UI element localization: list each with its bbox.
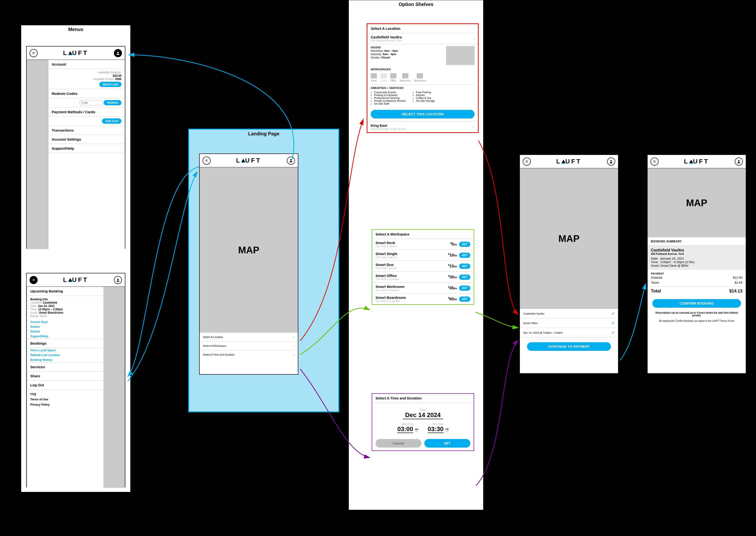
check-icon: ✓: [611, 321, 615, 325]
location-image: [446, 46, 475, 65]
ws-capacity: Can hold 12+ people: [376, 300, 406, 302]
access-keys-link[interactable]: Access Keys: [27, 319, 103, 324]
ws-capacity: Can hold 1-3 people: [376, 278, 399, 281]
hamburger-icon[interactable]: ≡: [650, 157, 659, 166]
summary-loc: Castlefield Vaultra: [651, 248, 742, 252]
logo: LUFT: [684, 158, 709, 165]
end-time-field[interactable]: 03:30: [428, 425, 444, 433]
services-row[interactable]: Services: [27, 362, 103, 372]
cancellation-policy: Reservations can be canceled up to 4 hou…: [647, 310, 746, 318]
select-location-row[interactable]: Select A Location›: [200, 333, 298, 342]
location-1-header[interactable]: Castlefield Vaultra 200 Fairbank Avenue,…: [367, 33, 478, 44]
continue-payment-button[interactable]: CONTINUE TO PAYMENT: [527, 342, 611, 351]
location-2-header[interactable]: King East 99 King St East, #100, Toronto…: [367, 121, 478, 132]
review-workspace-row[interactable]: Smart Office✓: [520, 318, 618, 328]
logout-row[interactable]: Log Out: [27, 381, 103, 390]
hamburger-icon[interactable]: ≡: [203, 156, 211, 165]
check-icon: ✓: [611, 311, 615, 316]
workspace-row: Smart OfficeCan hold 1-3 people$30/hrSET: [372, 272, 474, 283]
extend-link[interactable]: Extend: [27, 329, 103, 334]
date-field[interactable]: Dec 14 2024: [403, 411, 443, 419]
svg-point-0: [117, 52, 119, 53]
upcoming-header: Upcoming Booking: [27, 287, 103, 296]
booking-asset: Smart Boardroom: [39, 311, 63, 314]
account-header: Account: [49, 60, 125, 69]
confirm-booking-button[interactable]: CONFIRM BOOKING: [652, 299, 741, 308]
set-workspace-button[interactable]: SET: [459, 296, 470, 302]
account-settings-row[interactable]: Account Settings: [49, 135, 125, 144]
add-card-button[interactable]: Add Card: [102, 118, 121, 124]
workspace-shelf: Select A Workspace Smart DeskCan hold 1 …: [372, 229, 474, 305]
time-shelf-title: Select A Time and Duration: [372, 394, 474, 403]
workspace-row: Smart DuoCan hold 2 people$15/hrSET: [372, 261, 474, 272]
summary-header: BOOKING SUMMARY: [647, 237, 746, 246]
set-workspace-button[interactable]: SET: [459, 242, 470, 247]
booking-extras: None: [40, 314, 47, 318]
landing-phone: ≡ LUFT MAP Select A Location› Select A W…: [199, 153, 298, 375]
cancel-button[interactable]: Cancel: [376, 439, 421, 448]
map[interactable]: MAP: [520, 168, 618, 309]
privacy-link[interactable]: Privacy Policy: [30, 402, 100, 407]
chevron-right-icon: ›: [293, 344, 294, 348]
rebook-link[interactable]: Rebook Last Location: [27, 353, 103, 357]
set-workspace-button[interactable]: SET: [459, 264, 470, 269]
shelves-title: Option Shelves: [349, 2, 483, 7]
workspace-row: Smart WorkroomCan hold 4-6 people$45/hrS…: [372, 283, 474, 294]
ws-price: $5/hr: [450, 242, 457, 247]
account-menu-phone: ≡ LUFT Account Available Balance: $20.00…: [26, 46, 125, 249]
map[interactable]: MAP: [200, 167, 298, 333]
set-time-button[interactable]: SET: [424, 439, 470, 448]
booking-info-hd: Booking Info: [30, 298, 48, 301]
support-link[interactable]: Support/Help: [27, 334, 103, 339]
transactions-row[interactable]: Transactions: [49, 126, 125, 135]
subtotal-value: $12.50: [733, 276, 742, 279]
code-input[interactable]: [79, 100, 103, 105]
account-icon[interactable]: [287, 156, 295, 165]
support-row[interactable]: Support/Help: [49, 144, 125, 153]
hamburger-icon[interactable]: ≡: [30, 276, 38, 284]
review-phone: ≡ LUFT MAP Castlefield Vaultra✓ Smart Of…: [519, 154, 618, 374]
ws-capacity: Can hold 4-6 people: [376, 288, 404, 291]
account-icon[interactable]: [114, 276, 122, 284]
payment-header: PAYMENT: [651, 272, 742, 275]
redeem-button[interactable]: Redeem: [104, 100, 121, 105]
location-shelf: Select A Location Castlefield Vaultra 20…: [367, 23, 479, 133]
ws-capacity: Can hold 1 person: [376, 245, 397, 248]
review-location-row[interactable]: Castlefield Vaultra✓: [520, 309, 618, 318]
menus-title: Menus: [21, 27, 130, 32]
select-location-button[interactable]: SELECT THIS LOCATION: [371, 110, 475, 118]
amenities-left: Community EventsPrinting on Demand Profe…: [374, 91, 406, 105]
account-icon[interactable]: [607, 157, 615, 166]
set-workspace-button[interactable]: SET: [459, 285, 470, 291]
account-icon[interactable]: [114, 49, 122, 57]
avail-bal: $20.00: [113, 74, 121, 78]
start-time-field[interactable]: 03:00: [397, 425, 413, 433]
set-workspace-button[interactable]: SET: [459, 252, 470, 258]
history-link[interactable]: Booking History: [27, 357, 103, 362]
booking-time: 12:00pm – 2:00pm: [38, 308, 63, 311]
map[interactable]: MAP: [647, 168, 746, 237]
ws-capacity: Can hold 2 people: [376, 267, 397, 270]
avail-pts-label: Available Points:: [93, 78, 115, 81]
booking-loc: Castlefield: [43, 301, 57, 304]
review-time-row[interactable]: Dec 14, 2024 @ 3:00pm - 3:30pm✓: [520, 328, 618, 337]
find-space-link[interactable]: Find a Lauft Space: [27, 348, 103, 353]
check-icon: ✓: [611, 330, 615, 335]
select-time-row[interactable]: Select A Time and Duration›: [200, 350, 298, 359]
terms-link[interactable]: Terms of Use: [30, 397, 100, 402]
account-icon[interactable]: [735, 157, 743, 166]
ws-icon-workroom: Workroom: [400, 73, 411, 82]
share-row[interactable]: Share: [27, 372, 103, 381]
redeem-header: Redeem Codes: [49, 89, 125, 98]
quick-load-button[interactable]: Quick Load: [99, 82, 121, 87]
ws-name: Smart Duo: [376, 263, 397, 267]
payment-header: Payment Methods / Cards: [49, 107, 125, 117]
ws-price: $15/hr: [448, 264, 457, 268]
select-workspace-row[interactable]: Select A Workspace›: [200, 342, 298, 350]
hamburger-icon[interactable]: ≡: [523, 157, 531, 166]
ws-capacity: Can hold 1 person: [376, 256, 397, 258]
faq-link[interactable]: FAQ: [30, 391, 100, 397]
guides-link[interactable]: Guides: [27, 324, 103, 329]
set-workspace-button[interactable]: SET: [459, 275, 470, 280]
hamburger-icon[interactable]: ≡: [30, 49, 38, 57]
